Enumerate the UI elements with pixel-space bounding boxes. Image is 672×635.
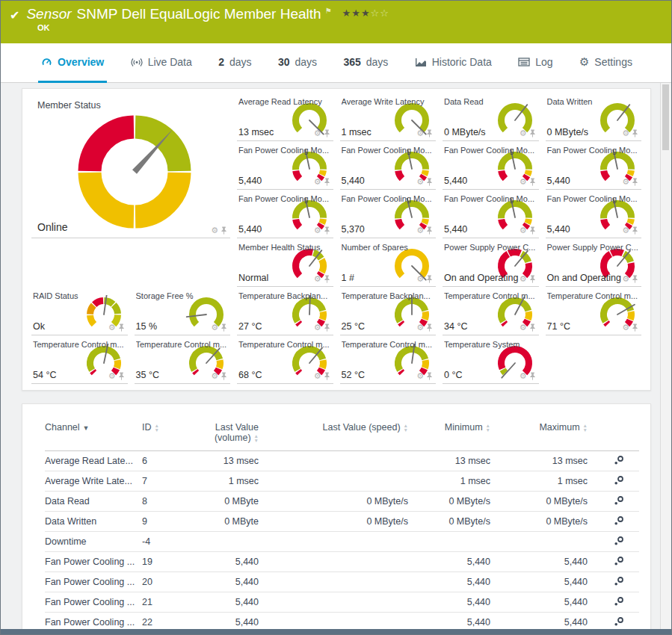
- flag-icon[interactable]: ⚑: [325, 7, 332, 15]
- pin-icon[interactable]: [324, 275, 330, 283]
- column-header-id[interactable]: ID▲▼: [142, 418, 194, 451]
- pin-icon[interactable]: [426, 129, 433, 137]
- gear-icon[interactable]: ⚙: [416, 129, 424, 137]
- tab-365-days[interactable]: 365days: [340, 43, 391, 83]
- gear-icon[interactable]: ⚙: [622, 275, 629, 283]
- channel-settings-icon[interactable]: [614, 536, 624, 546]
- channel-settings-cell[interactable]: [598, 572, 639, 592]
- gear-icon[interactable]: ⚙: [622, 129, 629, 137]
- gear-icon[interactable]: ⚙: [416, 178, 424, 186]
- pin-icon[interactable]: [529, 275, 536, 283]
- channel-settings-icon[interactable]: [614, 556, 624, 566]
- channel-settings-icon[interactable]: [614, 475, 624, 486]
- gear-icon[interactable]: ⚙: [108, 323, 116, 332]
- channel-name[interactable]: Average Write Late...: [45, 471, 142, 492]
- gear-icon[interactable]: ⚙: [211, 372, 218, 380]
- gear-icon[interactable]: ⚙: [416, 323, 424, 332]
- gear-icon[interactable]: ⚙: [622, 323, 629, 332]
- gear-icon[interactable]: ⚙: [314, 323, 321, 332]
- column-header-last-value-volume-[interactable]: Last Value (volume)▲▼: [194, 418, 269, 451]
- pin-icon[interactable]: [324, 323, 330, 332]
- gear-icon[interactable]: ⚙: [416, 372, 424, 380]
- gear-icon[interactable]: ⚙: [622, 226, 629, 235]
- gear-icon[interactable]: ⚙: [520, 323, 527, 332]
- pin-icon[interactable]: [324, 129, 330, 137]
- pin-icon[interactable]: [529, 178, 536, 186]
- channel-settings-cell[interactable]: [598, 471, 639, 492]
- channel-settings-icon[interactable]: [614, 495, 624, 506]
- gear-icon[interactable]: ⚙: [520, 275, 527, 283]
- gear-icon[interactable]: ⚙: [314, 226, 321, 235]
- channel-name[interactable]: Data Read: [45, 492, 142, 512]
- pin-icon[interactable]: [529, 372, 536, 380]
- column-header-maximum[interactable]: Maximum▲▼: [501, 418, 598, 451]
- channel-settings-icon[interactable]: [614, 576, 624, 586]
- gear-icon[interactable]: ⚙: [416, 226, 424, 235]
- tab-30-days[interactable]: 30days: [275, 43, 320, 83]
- scrollbar-thumb[interactable]: [662, 84, 669, 150]
- channel-name[interactable]: Fan Power Cooling ...: [45, 552, 142, 572]
- channel-settings-cell[interactable]: [598, 512, 639, 532]
- pin-icon[interactable]: [221, 226, 227, 235]
- pin-icon[interactable]: [426, 275, 433, 283]
- pin-icon[interactable]: [426, 178, 433, 186]
- gear-icon[interactable]: ⚙: [520, 178, 527, 186]
- gear-icon[interactable]: ⚙: [520, 372, 527, 380]
- gear-icon[interactable]: ⚙: [416, 275, 424, 283]
- priority-stars[interactable]: ★★★☆☆: [342, 7, 389, 19]
- pin-icon[interactable]: [529, 129, 536, 137]
- tab-historic-data[interactable]: Historic Data: [412, 43, 495, 83]
- channel-settings-icon[interactable]: [614, 515, 624, 526]
- pin-icon[interactable]: [118, 323, 125, 332]
- gear-icon[interactable]: ⚙: [211, 226, 218, 235]
- gear-icon[interactable]: ⚙: [314, 129, 321, 137]
- channel-settings-cell[interactable]: [598, 451, 639, 471]
- pin-icon[interactable]: [529, 226, 536, 235]
- channel-settings-cell[interactable]: [598, 532, 639, 552]
- pin-icon[interactable]: [324, 178, 330, 186]
- column-header-minimum[interactable]: Minimum▲▼: [419, 418, 501, 451]
- channel-settings-cell[interactable]: [598, 492, 639, 512]
- pin-icon[interactable]: [221, 372, 227, 380]
- channel-settings-icon[interactable]: [614, 455, 624, 465]
- gear-icon[interactable]: ⚙: [314, 178, 321, 186]
- channel-settings-icon[interactable]: [614, 596, 624, 607]
- channel-name[interactable]: Fan Power Cooling ...: [45, 572, 142, 592]
- tab-overview[interactable]: Overview: [38, 43, 107, 83]
- pin-icon[interactable]: [529, 323, 536, 332]
- gear-icon[interactable]: ⚙: [314, 372, 321, 380]
- gear-icon[interactable]: ⚙: [622, 178, 629, 186]
- vertical-scrollbar[interactable]: [660, 83, 671, 629]
- pin-icon[interactable]: [324, 372, 330, 380]
- column-header-channel[interactable]: Channel▼: [45, 418, 142, 451]
- gear-icon[interactable]: ⚙: [211, 323, 218, 332]
- tab-settings[interactable]: ⚙Settings: [576, 43, 635, 83]
- gear-icon[interactable]: ⚙: [520, 129, 527, 137]
- channel-settings-icon[interactable]: [614, 616, 624, 627]
- channel-name[interactable]: Downtime: [45, 532, 142, 552]
- pin-icon[interactable]: [324, 226, 330, 235]
- tab-2-days[interactable]: 2days: [215, 43, 254, 83]
- tab-log[interactable]: Log: [515, 43, 555, 83]
- pin-icon[interactable]: [221, 323, 227, 332]
- pin-icon[interactable]: [426, 323, 433, 332]
- pin-icon[interactable]: [426, 372, 433, 380]
- column-header-last-value-speed-[interactable]: Last Value (speed)▲▼: [269, 418, 419, 451]
- channel-settings-cell[interactable]: [598, 552, 639, 572]
- pin-icon[interactable]: [632, 275, 638, 283]
- pin-icon[interactable]: [426, 226, 433, 235]
- gear-icon[interactable]: ⚙: [108, 372, 116, 380]
- channel-settings-cell[interactable]: [598, 592, 639, 613]
- cell-value: 0 MByte/s: [419, 492, 501, 512]
- pin-icon[interactable]: [632, 226, 638, 235]
- pin-icon[interactable]: [632, 178, 638, 186]
- pin-icon[interactable]: [632, 129, 638, 137]
- channel-name[interactable]: Data Written: [45, 512, 142, 532]
- pin-icon[interactable]: [118, 372, 125, 380]
- pin-icon[interactable]: [632, 323, 638, 332]
- channel-name[interactable]: Fan Power Cooling ...: [45, 592, 142, 613]
- channel-name[interactable]: Average Read Late...: [45, 451, 142, 471]
- tab-live-data[interactable]: Live Data: [128, 43, 195, 83]
- gear-icon[interactable]: ⚙: [520, 226, 527, 235]
- gear-icon[interactable]: ⚙: [314, 275, 321, 283]
